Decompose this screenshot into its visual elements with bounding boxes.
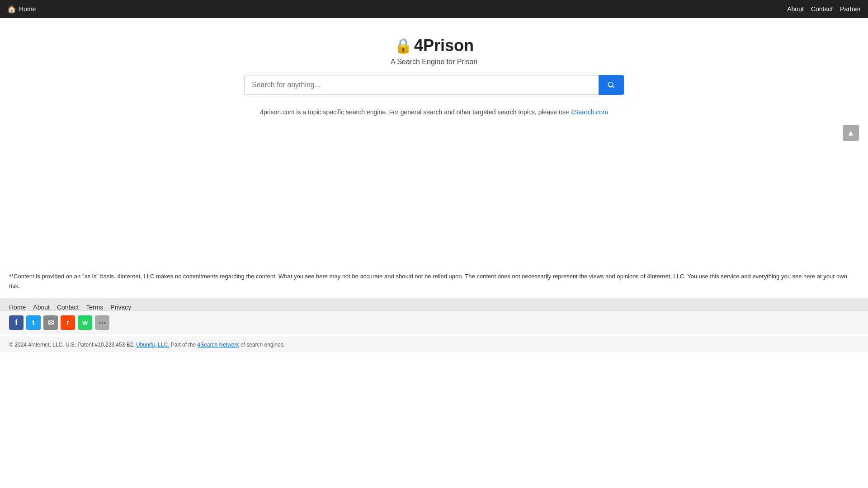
reddit-share-button[interactable]: r bbox=[61, 315, 75, 330]
footer-home-link[interactable]: Home bbox=[9, 304, 26, 311]
general-share-button[interactable]: ⋯ bbox=[95, 315, 109, 330]
search-icon bbox=[607, 80, 616, 89]
facebook-share-button[interactable]: f bbox=[9, 315, 24, 330]
logo-area: 🔒 4Prison A Search Engine for Prison bbox=[391, 36, 477, 66]
whatsapp-share-button[interactable]: w bbox=[78, 315, 92, 330]
nav-home-link[interactable]: Home bbox=[19, 5, 36, 13]
nav-about-link[interactable]: About bbox=[787, 5, 804, 13]
search-input[interactable] bbox=[244, 75, 599, 95]
top-navbar: 🏠 Home About Contact Partner bbox=[0, 0, 868, 18]
main-content: 🔒 4Prison A Search Engine for Prison 4pr… bbox=[0, 18, 868, 116]
disclaimer-text: **Content is provided on an "as is" basi… bbox=[9, 273, 847, 289]
ubunifu-link[interactable]: Ubunifu, LLC. bbox=[136, 342, 169, 348]
footer-terms-link[interactable]: Terms bbox=[86, 304, 103, 311]
search-container bbox=[244, 75, 624, 95]
email-share-button[interactable]: ✉ bbox=[43, 315, 58, 330]
copyright-suffix: of search engines. bbox=[241, 342, 285, 348]
nav-partner-link[interactable]: Partner bbox=[840, 5, 861, 13]
disclaimer: **Content is provided on an "as is" basi… bbox=[0, 265, 868, 298]
footer-privacy-link[interactable]: Privacy bbox=[110, 304, 131, 311]
copyright-bar: © 2024 4Internet, LLC. U.S. Patent #10,2… bbox=[0, 337, 868, 352]
nav-right-links: About Contact Partner bbox=[787, 5, 861, 13]
footer-contact-link[interactable]: Contact bbox=[57, 304, 79, 311]
info-text: 4prison.com is a topic specific search e… bbox=[260, 108, 608, 116]
info-before-link: 4prison.com is a topic specific search e… bbox=[260, 108, 571, 116]
nav-contact-link[interactable]: Contact bbox=[811, 5, 833, 13]
search-button[interactable] bbox=[599, 75, 624, 95]
home-icon: 🏠 bbox=[7, 5, 16, 14]
social-bar: f t ✉ r w ⋯ bbox=[0, 310, 868, 334]
logo-subtitle: A Search Engine for Prison bbox=[391, 58, 477, 66]
4search-link[interactable]: 4Search.com bbox=[571, 108, 608, 116]
logo-icon: 🔒 bbox=[394, 37, 412, 54]
logo-title: 🔒 4Prison bbox=[394, 36, 474, 55]
4search-network-link[interactable]: 4Search Network bbox=[197, 342, 239, 348]
logo-text: 4Prison bbox=[414, 36, 474, 55]
nav-home-group: 🏠 Home bbox=[7, 5, 36, 14]
twitter-share-button[interactable]: t bbox=[26, 315, 41, 330]
footer-about-link[interactable]: About bbox=[33, 304, 50, 311]
copyright-text: © 2024 4Internet, LLC. U.S. Patent #10,2… bbox=[9, 342, 135, 348]
scroll-top-button[interactable]: ▲ bbox=[843, 125, 859, 141]
network-text: Part of the bbox=[171, 342, 198, 348]
